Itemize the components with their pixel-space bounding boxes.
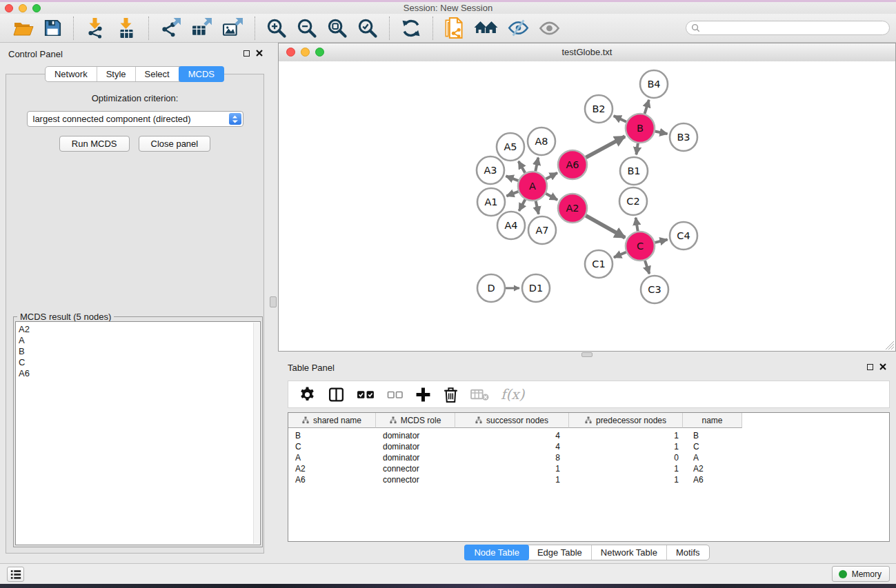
table-row[interactable]: A2 connector 1 1 A2: [288, 463, 889, 474]
zoom-fit-button[interactable]: [327, 18, 348, 39]
function-builder-button[interactable]: f(x): [501, 386, 524, 403]
tab-style[interactable]: Style: [97, 67, 136, 81]
svg-text:A5: A5: [504, 141, 517, 152]
refresh-view-button[interactable]: [401, 18, 421, 39]
svg-text:A2: A2: [566, 203, 579, 214]
toolbar-separator: [148, 17, 149, 40]
table-row[interactable]: C dominator 4 1 C: [288, 441, 889, 452]
memory-button[interactable]: Memory: [832, 566, 890, 582]
list-icon: [10, 569, 22, 580]
zoom-in-button[interactable]: [266, 18, 287, 39]
tab-mcds[interactable]: MCDS: [179, 66, 224, 82]
attribute-tree-icon: [302, 416, 309, 424]
list-item[interactable]: A2: [19, 324, 260, 335]
close-panel-icon[interactable]: [256, 50, 263, 57]
vertical-splitter[interactable]: [269, 43, 278, 564]
hide-visual-properties-button[interactable]: [508, 19, 529, 37]
criterion-selected-value: largest connected component (directed): [33, 114, 191, 124]
split-panel-button[interactable]: [328, 386, 345, 403]
float-panel-icon[interactable]: [867, 364, 873, 370]
home-double-icon[interactable]: [474, 19, 498, 37]
import-table-button[interactable]: [116, 17, 137, 39]
table-row[interactable]: A dominator 8 0 A: [288, 452, 889, 463]
search-input[interactable]: [703, 21, 889, 34]
zoom-selected-button[interactable]: [357, 18, 378, 39]
network-canvas[interactable]: B4B2BB3A8A5A6A3B1AA1C2A2A4A7C4CC1DD1C3: [279, 61, 895, 351]
column-header-name[interactable]: name: [683, 413, 742, 428]
mcds-result-list[interactable]: A2 A B C A6: [15, 321, 261, 545]
select-all-button[interactable]: [357, 386, 375, 403]
mcds-tab-content: Optimization criterion: largest connecte…: [6, 74, 264, 554]
svg-text:A7: A7: [535, 225, 548, 236]
toolbar-separator: [432, 17, 433, 40]
zoom-out-button[interactable]: [297, 18, 317, 39]
splitter-handle[interactable]: [270, 296, 277, 307]
svg-text:C4: C4: [677, 230, 690, 241]
horizontal-splitter[interactable]: [278, 352, 896, 358]
toolbar-separator: [255, 17, 255, 40]
svg-text:A1: A1: [484, 196, 497, 207]
run-mcds-button[interactable]: Run MCDS: [59, 136, 130, 152]
list-item[interactable]: A: [19, 335, 260, 346]
float-panel-icon[interactable]: [243, 50, 250, 57]
export-network-button[interactable]: [160, 17, 181, 39]
search-icon: [691, 23, 700, 32]
criterion-select[interactable]: largest connected component (directed): [27, 111, 243, 127]
table-tabbar: Node Table Edge Table Network Table Moti…: [464, 545, 709, 560]
tab-motifs[interactable]: Motifs: [667, 545, 709, 560]
show-visual-properties-button[interactable]: [539, 20, 560, 37]
import-network-button[interactable]: [85, 17, 106, 39]
tab-network-table[interactable]: Network Table: [592, 545, 667, 560]
network-from-file-button[interactable]: [444, 17, 464, 39]
tab-edge-table[interactable]: Edge Table: [528, 545, 592, 560]
svg-text:A6: A6: [566, 159, 579, 170]
toolbar-separator: [389, 17, 390, 40]
list-item[interactable]: C: [19, 357, 260, 368]
control-panel-tabbar: Network Style Select MCDS: [45, 66, 224, 82]
export-table-button[interactable]: [191, 17, 212, 39]
delete-column-button[interactable]: [443, 386, 459, 403]
save-session-button[interactable]: [43, 19, 62, 37]
svg-text:B3: B3: [677, 132, 690, 143]
column-header-predecessor-nodes[interactable]: predecessor nodes: [569, 413, 683, 428]
column-header-shared-name[interactable]: shared name: [288, 413, 376, 428]
header-filler: [742, 413, 889, 428]
table-row[interactable]: B dominator 4 1 B: [288, 430, 889, 441]
svg-text:A4: A4: [504, 220, 517, 231]
column-header-mcds-role[interactable]: MCDS role: [376, 413, 455, 428]
open-session-button[interactable]: [13, 19, 34, 37]
deselect-all-button[interactable]: [387, 386, 404, 403]
close-panel-button[interactable]: Close panel: [139, 136, 211, 152]
close-panel-icon[interactable]: [879, 363, 886, 370]
list-item[interactable]: B: [19, 346, 260, 357]
select-stepper-icon: [229, 113, 241, 125]
gear-settings-button[interactable]: [299, 386, 316, 403]
application-window: Session: New Session: [0, 0, 896, 588]
svg-text:A8: A8: [535, 136, 548, 147]
network-graph: B4B2BB3A8A5A6A3B1AA1C2A2A4A7C4CC1DD1C3: [279, 61, 895, 352]
tab-node-table[interactable]: Node Table: [464, 545, 529, 560]
svg-text:A3: A3: [484, 165, 497, 176]
svg-text:B: B: [637, 123, 644, 134]
delete-table-button[interactable]: [470, 387, 489, 402]
splitter-handle[interactable]: [581, 352, 593, 357]
list-item[interactable]: A6: [19, 368, 260, 379]
scrollbar[interactable]: [253, 323, 259, 544]
column-header-successor-nodes[interactable]: successor nodes: [455, 413, 569, 428]
task-history-button[interactable]: [7, 567, 24, 582]
search-box[interactable]: [686, 21, 890, 35]
export-image-button[interactable]: [222, 17, 243, 39]
table-panel-title: Table Panel: [288, 363, 335, 373]
table-header-row: shared name MCDS role successor nodes: [288, 413, 889, 428]
svg-text:D: D: [487, 283, 495, 294]
tab-select[interactable]: Select: [136, 67, 179, 81]
memory-label: Memory: [852, 569, 882, 579]
resize-grip-icon[interactable]: [886, 341, 895, 350]
node-table[interactable]: shared name MCDS role successor nodes: [288, 412, 890, 542]
memory-status-icon: [839, 570, 847, 578]
tab-network[interactable]: Network: [46, 67, 97, 81]
table-row[interactable]: A6 connector 1 1 A6: [288, 474, 889, 485]
add-column-button[interactable]: [415, 387, 431, 403]
svg-text:B4: B4: [647, 79, 660, 90]
network-view-window: testGlobe.txt B4B2BB3A8A5A6A3B1AA1C2A2A4…: [278, 43, 896, 352]
